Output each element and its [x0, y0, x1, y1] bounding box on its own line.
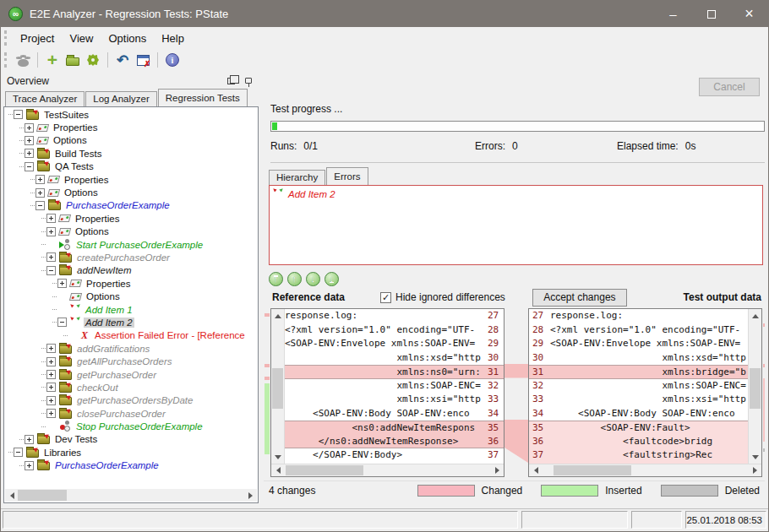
- test-output-code[interactable]: 27response.log:28<?xml version="1.0" enc…: [529, 309, 748, 464]
- scroll-right-icon[interactable]: [491, 464, 504, 477]
- tree-item[interactable]: Options: [5, 186, 257, 198]
- diff-marker[interactable]: [265, 383, 270, 454]
- tree-item[interactable]: Properties: [5, 121, 257, 133]
- tree-item[interactable]: Stop PurchaseOrderExample: [5, 420, 257, 432]
- tree-expander[interactable]: [25, 461, 34, 470]
- scroll-down-icon[interactable]: [271, 451, 284, 464]
- tree-item[interactable]: Properties: [5, 277, 257, 290]
- diff-marker[interactable]: [265, 313, 270, 317]
- menubar-grip[interactable]: [4, 30, 8, 46]
- tree-expander[interactable]: [46, 396, 56, 405]
- tree-item[interactable]: getPurchaseOrdersByDate: [5, 394, 257, 407]
- tree-expander[interactable]: [46, 383, 56, 392]
- tab-trace-analyzer[interactable]: Trace Analyzer: [5, 91, 85, 106]
- tree-expander[interactable]: [25, 435, 34, 444]
- tree-item[interactable]: getPurchaseOrder: [5, 368, 257, 381]
- menu-help[interactable]: Help: [154, 29, 192, 48]
- tree-expander[interactable]: [25, 162, 34, 171]
- tree-expander[interactable]: [46, 252, 56, 262]
- left-pane-vscrollbar[interactable]: [271, 309, 285, 464]
- tree-expander[interactable]: [46, 370, 56, 379]
- minimize-button[interactable]: –: [654, 1, 692, 27]
- tree-expander[interactable]: [25, 123, 34, 133]
- tab-log-analyzer[interactable]: Log Analyzer: [85, 91, 157, 106]
- diff-marker[interactable]: [265, 377, 270, 380]
- tab-errors[interactable]: Errors: [326, 167, 368, 185]
- tree-expander[interactable]: [14, 110, 23, 119]
- tree-expander[interactable]: [35, 201, 45, 210]
- right-overview-ruler[interactable]: [762, 308, 765, 477]
- tree-expander[interactable]: [14, 448, 23, 457]
- tree-item[interactable]: addGratifications: [5, 342, 257, 355]
- tree-item[interactable]: XAssertion Failed Error - [Reference: [5, 329, 257, 342]
- tree-expander[interactable]: [25, 136, 34, 145]
- tree-item[interactable]: Add Item 1: [5, 303, 257, 316]
- scroll-right-icon[interactable]: [749, 464, 761, 477]
- undo-icon[interactable]: ↶: [113, 52, 132, 68]
- toolbar-grip[interactable]: [4, 52, 8, 68]
- diff-marker[interactable]: [265, 364, 270, 367]
- tree-expander[interactable]: [57, 279, 67, 288]
- diff-marker[interactable]: [763, 448, 765, 452]
- tree-item[interactable]: Dev Tests: [5, 433, 257, 446]
- tree-expander[interactable]: [46, 266, 56, 275]
- diff-marker[interactable]: [763, 364, 765, 367]
- menu-project[interactable]: Project: [13, 29, 62, 48]
- previous-difference-icon[interactable]: ↑: [287, 272, 302, 286]
- right-pane-hscrollbar[interactable]: [529, 464, 761, 476]
- tree-expander[interactable]: [46, 227, 56, 236]
- open-folder-icon[interactable]: [63, 52, 82, 68]
- scroll-up-icon[interactable]: [749, 309, 761, 322]
- tree-item[interactable]: Start PurchaseOrderExample: [5, 238, 257, 251]
- tree-item[interactable]: Properties: [5, 212, 257, 225]
- next-difference-icon[interactable]: ↓: [306, 272, 320, 286]
- reference-code[interactable]: response.log:27<?xml version="1.0" encod…: [285, 309, 504, 464]
- tab-regression-tests[interactable]: Regression Tests: [158, 89, 248, 106]
- tree-item[interactable]: TestSuites: [5, 108, 257, 121]
- maximize-button[interactable]: [692, 1, 730, 27]
- tree-item[interactable]: closePurchaseOrder: [5, 407, 257, 420]
- tree-expander[interactable]: [25, 149, 34, 158]
- scroll-right-icon[interactable]: [244, 489, 257, 502]
- right-pane-vscrollbar[interactable]: [748, 309, 761, 464]
- accept-changes-button[interactable]: Accept changes: [532, 289, 627, 307]
- scroll-left-icon[interactable]: [271, 464, 284, 477]
- scroll-up-icon[interactable]: [271, 309, 284, 322]
- tree-expander[interactable]: [46, 344, 56, 353]
- hide-ignored-checkbox[interactable]: ✓ Hide ignored differences: [380, 291, 505, 303]
- tree-expander[interactable]: [46, 214, 56, 223]
- menu-options[interactable]: Options: [101, 29, 154, 48]
- tree-item[interactable]: addNewItem: [5, 264, 257, 277]
- add-icon[interactable]: +: [43, 52, 62, 68]
- tree-item[interactable]: Add Item 2: [5, 316, 257, 328]
- tree-item[interactable]: getAllPurchaseOrders: [5, 355, 257, 367]
- tree-item[interactable]: createPurchaseOrder: [5, 251, 257, 263]
- left-overview-ruler[interactable]: [264, 308, 270, 477]
- left-pane-hscrollbar[interactable]: [271, 464, 504, 476]
- tab-hierarchy[interactable]: Hierarchy: [269, 170, 325, 185]
- pin-panel-icon[interactable]: [245, 78, 252, 84]
- tree-item[interactable]: Options: [5, 225, 257, 238]
- tree-item[interactable]: checkOut: [5, 381, 257, 394]
- tree-expander[interactable]: [46, 357, 56, 366]
- tree-expander[interactable]: [57, 318, 67, 327]
- first-difference-icon[interactable]: ↑: [269, 272, 283, 286]
- close-button[interactable]: ×: [730, 1, 768, 27]
- tree-item[interactable]: PurchaseOrderExample: [5, 199, 257, 212]
- tree-expander[interactable]: [35, 188, 45, 198]
- float-panel-icon[interactable]: [227, 78, 235, 84]
- info-icon[interactable]: i: [163, 52, 182, 68]
- scroll-left-icon[interactable]: [5, 489, 18, 502]
- error-list-item[interactable]: Add Item 2: [272, 187, 760, 201]
- tree-item[interactable]: Options: [5, 134, 257, 147]
- tree-expander[interactable]: [35, 175, 45, 184]
- diff-marker[interactable]: [763, 323, 765, 327]
- tree-item[interactable]: Libraries: [5, 446, 257, 459]
- tree-item[interactable]: PurchaseOrderExample: [5, 459, 257, 472]
- cancel-button[interactable]: Cancel: [699, 78, 760, 96]
- tree-expander[interactable]: [46, 409, 56, 418]
- settings-gear-icon[interactable]: [84, 52, 102, 68]
- scroll-left-icon[interactable]: [529, 464, 542, 477]
- last-difference-icon[interactable]: ↓: [325, 272, 339, 286]
- menu-view[interactable]: View: [62, 29, 101, 48]
